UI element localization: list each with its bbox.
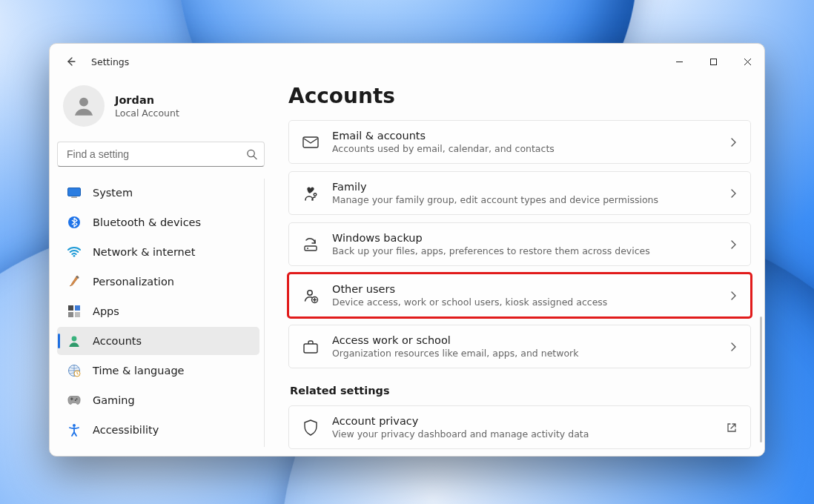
family-icon [302,185,319,202]
sidebar-item-label: Time & language [93,365,185,377]
card-title: Email & accounts [332,130,555,142]
minimize-button[interactable] [662,50,696,73]
chevron-right-icon [729,137,737,147]
svg-point-15 [75,399,76,401]
person-icon [67,334,81,348]
svg-rect-9 [68,312,73,317]
accessibility-icon [67,423,81,437]
card-title: Family [332,181,658,193]
sidebar-item-time-language[interactable]: Time & language [57,357,259,385]
card-access-work-school[interactable]: Access work or school Organization resou… [288,325,751,368]
mail-icon [302,134,319,150]
sidebar-item-label: Accounts [93,335,142,347]
card-subtitle: Accounts used by email, calendar, and co… [332,143,555,154]
sidebar-item-bluetooth[interactable]: Bluetooth & devices [57,208,259,236]
card-title: Other users [332,283,607,295]
sidebar-item-system[interactable]: System [57,179,259,207]
search-wrap [57,142,265,167]
sidebar-item-label: Bluetooth & devices [93,216,201,228]
close-button[interactable] [730,50,764,73]
card-subtitle: Organization resources like email, apps,… [332,348,579,359]
sidebar-item-apps[interactable]: Apps [57,297,259,325]
minimize-icon [675,58,684,66]
sidebar-item-accessibility[interactable]: Accessibility [57,416,259,444]
svg-rect-19 [305,246,317,251]
wifi-icon [67,245,81,259]
display-icon [67,186,81,199]
sidebar-item-label: Apps [93,305,119,317]
svg-rect-23 [304,344,317,353]
svg-point-16 [73,424,76,427]
sidebar-item-label: Gaming [93,394,135,406]
bluetooth-icon [67,216,81,229]
sidebar-item-label: Personalization [93,276,174,288]
svg-rect-3 [68,188,81,196]
sidebar-item-personalization[interactable]: Personalization [57,268,259,296]
arrow-left-icon [64,56,76,67]
svg-point-2 [248,150,254,156]
svg-point-11 [72,336,77,342]
card-subtitle: View your privacy dashboard and manage a… [332,428,589,440]
maximize-button[interactable] [696,50,730,73]
svg-point-20 [307,248,308,249]
sidebar-item-label: System [93,187,133,199]
close-icon [744,58,752,66]
search-input[interactable] [57,142,265,167]
card-subtitle: Back up your files, apps, preferences to… [332,245,650,256]
svg-rect-4 [71,197,77,199]
sidebar: Jordan Local Account System [50,79,272,456]
svg-rect-17 [303,137,318,147]
other-users-icon [302,288,319,304]
card-windows-backup[interactable]: Windows backup Back up your files, apps,… [288,222,751,266]
settings-window: Settings Jordan Local Account [49,43,765,457]
globe-clock-icon [67,364,81,377]
svg-rect-0 [710,59,716,64]
card-title: Windows backup [332,232,650,244]
backup-icon [302,236,319,253]
back-button[interactable] [57,48,84,75]
titlebar: Settings [50,44,764,79]
page-title: Accounts [288,84,751,108]
profile-name: Jordan [115,94,179,106]
chevron-right-icon [729,239,737,250]
card-subtitle: Manage your family group, edit account t… [332,194,658,205]
content-pane: Accounts Email & accounts Accounts used … [272,79,764,456]
svg-rect-7 [68,305,73,311]
paintbrush-icon [67,275,81,288]
svg-point-21 [308,290,312,294]
card-title: Account privacy [332,415,589,427]
shield-icon [302,420,319,436]
sidebar-item-gaming[interactable]: Gaming [57,386,259,414]
window-title: Settings [91,56,129,67]
svg-point-14 [76,398,78,399]
avatar [63,85,105,127]
chevron-right-icon [729,342,737,352]
sidebar-item-network[interactable]: Network & internet [57,238,259,266]
related-settings-heading: Related settings [290,385,751,397]
svg-point-18 [314,193,317,196]
search-icon [246,149,257,160]
maximize-icon [709,58,718,66]
sidebar-item-accounts[interactable]: Accounts [57,327,259,355]
chevron-right-icon [729,291,737,301]
card-other-users[interactable]: Other users Device access, work or schoo… [288,273,751,317]
card-subtitle: Device access, work or school users, kio… [332,296,607,308]
sidebar-item-label: Accessibility [93,424,159,436]
card-account-privacy[interactable]: Account privacy View your privacy dashbo… [288,405,751,449]
svg-point-1 [79,98,88,107]
profile-block[interactable]: Jordan Local Account [57,79,265,139]
gamepad-icon [67,394,81,407]
nav-list: System Bluetooth & devices Network & int… [57,179,265,447]
scrollbar-thumb[interactable] [760,316,762,442]
card-family[interactable]: Family Manage your family group, edit ac… [288,171,751,215]
svg-rect-10 [75,312,80,317]
svg-rect-8 [75,305,80,311]
chevron-right-icon [729,188,737,199]
card-title: Access work or school [332,334,579,346]
card-email-accounts[interactable]: Email & accounts Accounts used by email,… [288,120,751,164]
apps-icon [67,305,81,318]
profile-subtitle: Local Account [115,107,179,119]
external-link-icon [727,422,737,433]
briefcase-icon [302,339,319,355]
sidebar-item-label: Network & internet [93,246,195,258]
